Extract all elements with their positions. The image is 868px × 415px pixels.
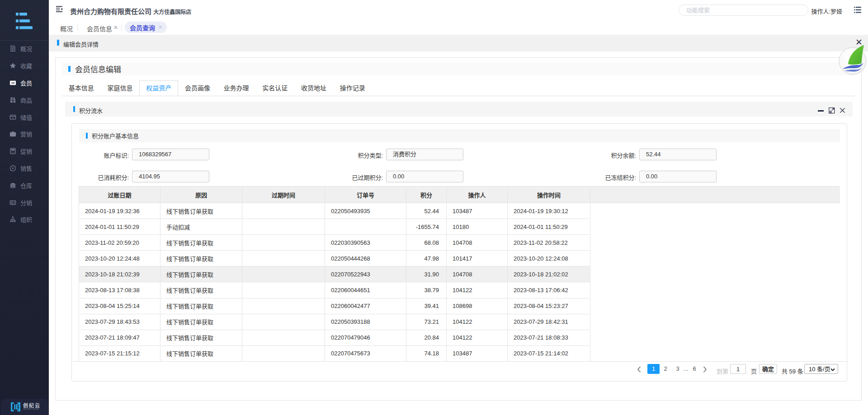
svg-text:123: 123: [11, 151, 15, 154]
svg-text:¥: ¥: [12, 167, 14, 170]
svg-text:¥: ¥: [12, 117, 14, 119]
svg-text:VIP: VIP: [11, 82, 15, 84]
